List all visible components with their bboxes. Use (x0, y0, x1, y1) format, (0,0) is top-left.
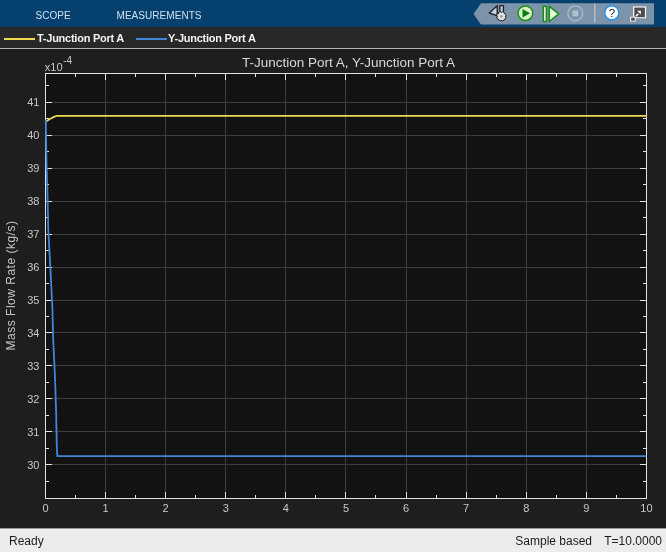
svg-text:10: 10 (640, 502, 652, 514)
svg-text:9: 9 (583, 502, 589, 514)
svg-text:5: 5 (343, 502, 349, 514)
svg-text:34: 34 (27, 327, 39, 339)
svg-text:4: 4 (283, 502, 289, 514)
svg-text:1: 1 (103, 502, 109, 514)
svg-text:7: 7 (463, 502, 469, 514)
svg-text:32: 32 (27, 393, 39, 405)
svg-text:35: 35 (27, 294, 39, 306)
svg-text:39: 39 (27, 162, 39, 174)
svg-text:2: 2 (163, 502, 169, 514)
svg-text:36: 36 (27, 261, 39, 273)
svg-text:37: 37 (27, 228, 39, 240)
svg-text:0: 0 (42, 502, 48, 514)
svg-text:8: 8 (523, 502, 529, 514)
svg-text:30: 30 (27, 459, 39, 471)
svg-text:33: 33 (27, 360, 39, 372)
svg-text:?: ? (609, 7, 615, 19)
svg-text:38: 38 (27, 195, 39, 207)
svg-text:31: 31 (27, 426, 39, 438)
svg-text:40: 40 (27, 129, 39, 141)
svg-text:3: 3 (223, 502, 229, 514)
svg-text:6: 6 (403, 502, 409, 514)
svg-text:41: 41 (27, 96, 39, 108)
